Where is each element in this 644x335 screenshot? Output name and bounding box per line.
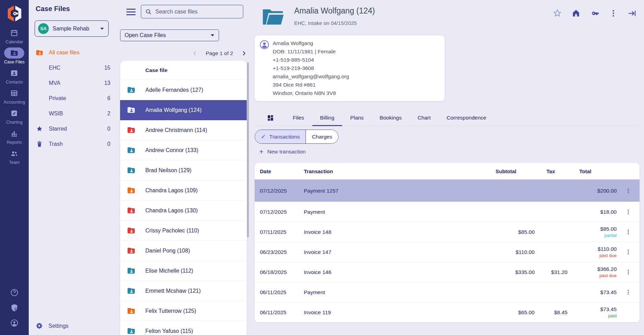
menu-toggle-button[interactable]: [126, 9, 136, 17]
collapse-button[interactable]: [627, 9, 637, 18]
next-page-button[interactable]: [240, 50, 248, 57]
case-row[interactable]: Chandra Lagos (130): [120, 201, 247, 221]
case-row[interactable]: Andree Christmann (114): [120, 120, 247, 140]
sidebar-item-team[interactable]: Team: [4, 148, 24, 165]
privacy-shield-icon: [10, 303, 19, 312]
filter-trash[interactable]: Trash0: [29, 136, 119, 152]
row-menu-button[interactable]: [625, 228, 632, 236]
organization-selector[interactable]: SA Sample Rehab: [35, 20, 109, 37]
sidebar-item-contacts[interactable]: Contacts: [4, 68, 24, 85]
toggle-transactions-label: Transactions: [269, 134, 300, 140]
transaction-row[interactable]: 06/18/2025Invoice 146$335.00$31.20$366.2…: [255, 262, 640, 282]
contact-phone: +1-519-219-3608: [273, 64, 349, 72]
list-scrollbar[interactable]: [247, 62, 249, 237]
cell-date: 06/11/2025: [260, 289, 304, 296]
account-button[interactable]: [10, 319, 19, 327]
case-row[interactable]: Chandra Lagos (109): [120, 180, 247, 201]
case-name: Emmett Mcshaw (121): [145, 288, 201, 294]
row-menu-button[interactable]: [625, 289, 632, 296]
transaction-row[interactable]: 07/11/2025Invoice 148$85.00$85.00partial: [255, 222, 640, 242]
case-name: Chandra Lagos (109): [145, 187, 198, 194]
case-status-value: Open Case Files: [125, 32, 166, 38]
case-row[interactable]: Crissy Pacholec (110): [120, 221, 247, 241]
privacy-shield-button[interactable]: [10, 303, 19, 312]
contact-dob: DOB: 11/11/1981 | Female: [273, 47, 349, 56]
tab-billing[interactable]: Billing: [312, 110, 342, 126]
open-folder-icon: [262, 8, 284, 26]
case-row[interactable]: Elise Michelle (112): [120, 261, 247, 281]
tab-plans[interactable]: Plans: [342, 110, 372, 126]
case-row[interactable]: Andrew Connor (133): [120, 140, 247, 160]
case-row[interactable]: Adelle Fernandes (127): [120, 80, 247, 100]
toggle-charges[interactable]: Charges: [306, 130, 338, 143]
new-transaction-button[interactable]: + New transaction: [259, 148, 306, 155]
folder-user-icon: [126, 307, 136, 315]
case-row[interactable]: Felton Yafuso (115): [120, 321, 247, 335]
settings-label: Settings: [48, 323, 69, 329]
tab-chart[interactable]: Chart: [410, 110, 439, 126]
overview-grid-icon[interactable]: [266, 114, 274, 122]
filter-wsib[interactable]: WSIB2: [29, 106, 119, 121]
sidebar-item-accounting[interactable]: Accounting: [4, 88, 25, 105]
case-row[interactable]: Felix Tutterrow (125): [120, 301, 247, 321]
filter-private[interactable]: Private6: [29, 91, 119, 106]
star-outline-button[interactable]: [553, 9, 562, 18]
sidebar-item-case-files[interactable]: Case Files: [4, 47, 25, 64]
transaction-row[interactable]: 07/12/2025Payment 1257$200.00: [255, 179, 640, 202]
transaction-row[interactable]: 06/11/2025Invoice 119$65.00$8.45$73.45pa…: [255, 302, 640, 322]
sidebar-item-calendar[interactable]: Calendar: [4, 27, 24, 44]
sidebar-item-reports[interactable]: Reports: [4, 128, 24, 145]
previous-page-button[interactable]: [191, 50, 199, 57]
filter-mva[interactable]: MVA13: [29, 76, 119, 91]
toggle-transactions[interactable]: ✓ Transactions: [255, 130, 306, 143]
more-button[interactable]: [609, 9, 618, 18]
cell-transaction: Invoice 119: [304, 309, 496, 316]
chevron-down-icon: [100, 28, 104, 30]
sidebar-item-label: Reports: [7, 140, 22, 145]
case-file-title: Amalia Wolfgang (124): [294, 6, 375, 16]
row-menu-button[interactable]: [625, 268, 632, 276]
row-menu-button[interactable]: [625, 208, 632, 215]
cell-date: 07/12/2025: [260, 188, 304, 194]
row-menu-button[interactable]: [625, 248, 632, 256]
case-row[interactable]: Brad Neilson (129): [120, 160, 247, 180]
trash-icon: [36, 140, 43, 148]
tab-bookings[interactable]: Bookings: [372, 110, 410, 126]
chevron-down-icon: [211, 34, 214, 36]
transaction-row[interactable]: 07/12/2025Payment$18.00: [255, 202, 640, 222]
search-input[interactable]: [155, 8, 243, 15]
filter-ehc[interactable]: EHC15: [29, 60, 119, 76]
home-button[interactable]: [571, 9, 581, 18]
settings-button[interactable]: Settings: [35, 322, 69, 330]
transaction-row[interactable]: 06/11/2025Payment$73.45: [255, 282, 640, 302]
cell-menu: [625, 289, 632, 296]
total-amount: $18.00: [568, 209, 617, 215]
case-row[interactable]: Emmett Mcshaw (121): [120, 281, 247, 301]
key-button[interactable]: [590, 9, 599, 18]
contacts-icon: [10, 69, 18, 77]
transaction-row[interactable]: 06/23/2025Invoice 147$110.00$110.00past …: [255, 242, 640, 262]
total-amount: $73.45: [568, 289, 617, 296]
tab-correspondence[interactable]: Correspondence: [439, 110, 495, 126]
filter-count: 0: [107, 126, 110, 132]
check-icon: ✓: [261, 133, 266, 140]
contact-city: Windsor, Ontario N8N 3V8: [273, 89, 349, 97]
tab-files[interactable]: Files: [285, 110, 312, 126]
filter-all-case-files[interactable]: All case files: [29, 45, 119, 60]
folder-user-icon: [126, 246, 136, 255]
cell-date: 06/18/2025: [260, 269, 304, 275]
case-row[interactable]: Amalia Wolfgang (124): [120, 100, 247, 120]
case-row[interactable]: Daniel Pong (108): [120, 241, 247, 261]
sidebar-item-charting[interactable]: Charting: [4, 108, 24, 125]
total-amount: $85.00: [568, 226, 617, 232]
transactions-table-header: Date Transaction Subtotal Tax Total: [255, 163, 640, 179]
cell-date: 07/12/2025: [260, 209, 304, 215]
plus-icon: +: [259, 148, 263, 155]
case-status-dropdown[interactable]: Open Case Files: [120, 29, 219, 41]
row-menu-button[interactable]: [625, 187, 632, 194]
help-button[interactable]: [10, 288, 19, 297]
app-logo-icon[interactable]: [6, 5, 24, 23]
search-box: [141, 5, 243, 18]
status-badge: paid: [568, 312, 617, 319]
filter-starred[interactable]: Starred0: [29, 121, 119, 136]
